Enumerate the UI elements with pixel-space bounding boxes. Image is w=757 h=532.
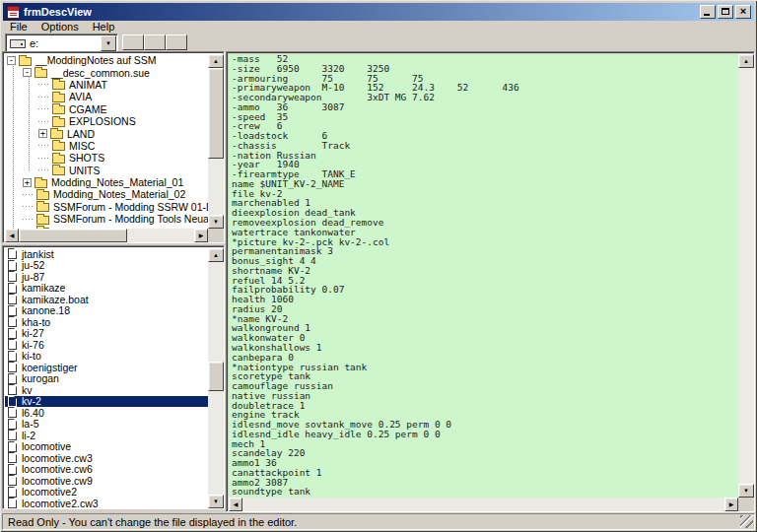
chevron-down-icon: ▼	[105, 40, 111, 46]
list-scroll-up-button[interactable]: ▲	[208, 248, 224, 262]
tree-item-label: ANIMAT	[69, 79, 107, 91]
collapse-icon[interactable]: -	[23, 68, 32, 77]
file-icon	[8, 248, 17, 259]
list-item-label: l6.40	[22, 407, 44, 419]
file-icon	[8, 464, 17, 475]
tree-scroll-up-button[interactable]: ▲	[208, 54, 224, 68]
tree-vscroll-thumb[interactable]	[208, 68, 224, 159]
list-item[interactable]: li-2	[5, 430, 208, 441]
tree-item[interactable]: -__desc_common.sue	[5, 66, 208, 78]
menu-help[interactable]: Help	[86, 21, 122, 33]
expand-icon[interactable]: +	[38, 129, 47, 138]
list-item[interactable]: jtankist	[5, 248, 208, 260]
app-icon	[7, 6, 20, 19]
list-item[interactable]: l6.40	[5, 407, 208, 419]
window-title: frmDescView	[24, 6, 700, 18]
menu-file[interactable]: File	[3, 21, 34, 33]
close-button[interactable]: ×	[735, 5, 751, 19]
list-item[interactable]: locomotive2.cw3	[5, 498, 208, 508]
maximize-button[interactable]	[718, 5, 733, 19]
expand-icon[interactable]: +	[23, 178, 32, 187]
tree-item[interactable]: +Modding_Notes_Material_01	[5, 176, 208, 188]
minimize-button[interactable]	[700, 5, 716, 19]
list-item[interactable]: kanone.18	[5, 305, 208, 317]
menu-options[interactable]: Options	[34, 21, 86, 33]
list-item[interactable]: kha-to	[5, 316, 208, 328]
list-item-label: kurogan	[22, 372, 59, 384]
tree-item[interactable]: +LAND	[5, 127, 208, 139]
editor-scroll-right-button[interactable]: ▶	[724, 498, 738, 511]
scrollbar-corner	[738, 498, 754, 511]
file-icon	[8, 373, 17, 384]
editor-horizontal-scrollbar[interactable]	[229, 498, 738, 511]
title-bar[interactable]: frmDescView ×	[3, 3, 754, 21]
scroll-down-icon: ▼	[209, 216, 223, 228]
list-item[interactable]: locomotive.cw3	[5, 452, 208, 464]
editor-scroll-down-button[interactable]: ▼	[738, 484, 754, 498]
tree-item[interactable]: MISC	[5, 140, 208, 152]
list-item[interactable]: kv	[5, 384, 208, 396]
tree-connector	[38, 104, 49, 113]
list-vscroll-thumb[interactable]	[208, 362, 224, 391]
list-item[interactable]: kamikaze	[5, 283, 208, 295]
list-item[interactable]: kv-2	[5, 396, 208, 408]
list-item[interactable]: ju-87	[5, 271, 208, 283]
list-item[interactable]: locomotive2	[5, 487, 208, 499]
tree-item-label: MISC	[69, 140, 95, 152]
list-item[interactable]: ki-76	[5, 339, 208, 351]
tree-connector	[38, 141, 49, 150]
tree-item[interactable]: -__ModdingNotes auf SSM	[5, 54, 208, 66]
collapse-icon[interactable]: -	[7, 56, 16, 65]
list-item[interactable]: kurogan	[5, 373, 208, 385]
scroll-right-icon: ▶	[195, 230, 207, 241]
editor-scroll-up-button[interactable]: ▲	[738, 54, 754, 68]
list-item[interactable]: locomotive.cw6	[5, 464, 208, 476]
tree-item[interactable]: SHOTS	[5, 152, 208, 164]
list-item[interactable]: locomotive.cw9	[5, 475, 208, 487]
file-icon	[8, 362, 17, 372]
tree-item-label: SSMForum - Modding Tools Neuanfang 01-Da	[53, 213, 208, 225]
tree-item[interactable]: UNITS	[5, 165, 208, 176]
combobox-dropdown-button[interactable]: ▼	[101, 35, 116, 51]
tree-hscroll-thumb[interactable]	[19, 229, 127, 242]
resize-grip[interactable]	[740, 515, 753, 528]
toolbar-button-1[interactable]	[122, 34, 144, 50]
editor-scroll-left-button[interactable]: ◀	[229, 498, 242, 511]
file-icon	[8, 475, 17, 486]
toolbar-button-2[interactable]	[144, 34, 166, 50]
toolbar-button-3[interactable]	[166, 34, 187, 50]
list-item[interactable]: ju-52	[5, 260, 208, 272]
list-item[interactable]: ki-to	[5, 351, 208, 363]
list-scroll-down-button[interactable]: ▼	[208, 495, 224, 508]
folder-icon	[50, 130, 63, 139]
editor-line: -speed 35	[229, 112, 738, 122]
file-icon	[8, 419, 17, 430]
tree-connector	[38, 154, 49, 163]
desc-editor-text[interactable]: -mass 52-size 6950 3320 3250-armouring 7…	[229, 54, 738, 498]
tree-item[interactable]: Modding_Notes_Material_02	[5, 188, 208, 200]
list-item[interactable]: ki-27	[5, 328, 208, 340]
tree-item[interactable]: EXPLOSIONS	[5, 115, 208, 127]
tree-item[interactable]: SSMForum - Modding Tools Neuanfang 01-Da	[5, 213, 208, 225]
tree-item-label: SHOTS	[69, 152, 104, 164]
tree-item[interactable]: ANIMAT	[5, 79, 208, 91]
tree-item-label: EXPLOSIONS	[69, 115, 136, 127]
folder-icon	[52, 94, 65, 102]
editor-line: walkonground 1	[229, 323, 738, 333]
tree-item[interactable]: CGAME	[5, 103, 208, 115]
scrollbar-corner	[208, 229, 224, 242]
drive-combobox[interactable]: e: ▼	[5, 33, 118, 53]
drive-combobox-value: e:	[30, 37, 101, 49]
tree-scroll-right-button[interactable]: ▶	[194, 229, 208, 242]
editor-vertical-scrollbar[interactable]	[738, 54, 754, 498]
tree-item[interactable]: SSMForum - Modding SSRW 01-Dateien	[5, 201, 208, 213]
list-item[interactable]: kamikaze.boat	[5, 294, 208, 305]
tree-item[interactable]: AVIA	[5, 91, 208, 102]
tree-scroll-down-button[interactable]: ▼	[208, 215, 224, 229]
file-icon	[8, 441, 17, 452]
list-item[interactable]: locomotive	[5, 441, 208, 453]
list-item[interactable]: la-5	[5, 419, 208, 431]
file-icon	[8, 305, 17, 316]
tree-scroll-left-button[interactable]: ◀	[5, 229, 19, 242]
list-item[interactable]: koenigstiger	[5, 362, 208, 373]
